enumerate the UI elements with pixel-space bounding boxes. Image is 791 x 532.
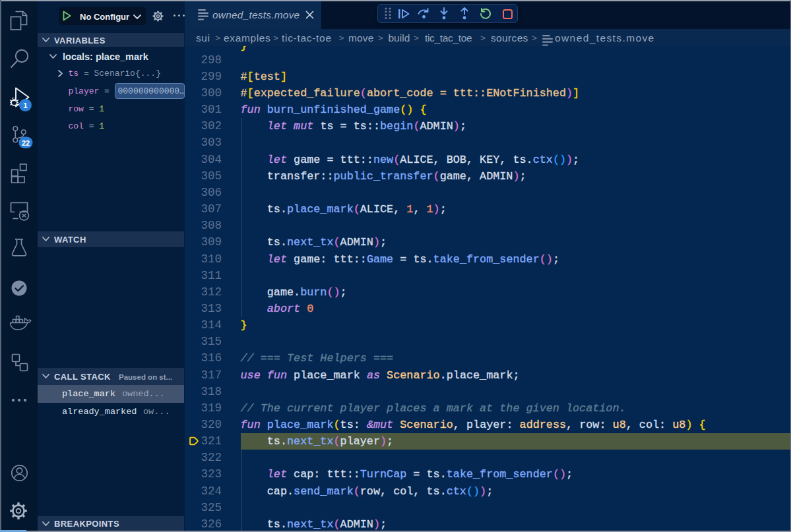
svg-text:22: 22 xyxy=(22,139,30,147)
svg-text:1: 1 xyxy=(23,102,28,109)
